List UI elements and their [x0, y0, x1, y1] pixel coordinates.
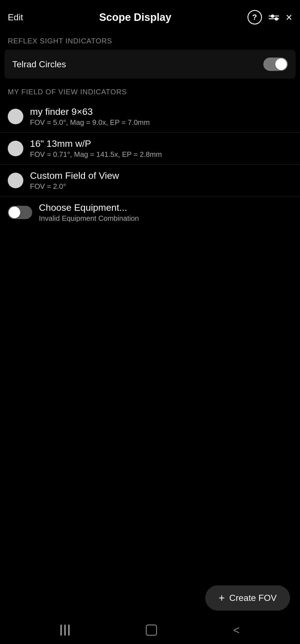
toggle-track-3 [8, 206, 32, 219]
close-icon[interactable]: × [286, 12, 292, 23]
fov-circle-1 [8, 141, 23, 156]
fov-details-2: FOV = 2.0° [30, 182, 292, 191]
slider-line-1 [269, 16, 279, 16]
toggle-track [263, 58, 288, 71]
telrad-circles-row: Telrad Circles [4, 50, 296, 79]
fov-name-3: Choose Equipment... [39, 202, 292, 213]
fov-details-3: Invalid Equipment Combination [39, 214, 292, 223]
create-fov-plus-icon: + [219, 592, 225, 604]
nav-back-icon: < [233, 624, 240, 636]
choose-equipment-toggle[interactable] [8, 206, 32, 219]
fov-circle-2 [8, 173, 23, 188]
settings-icon[interactable] [269, 16, 279, 19]
help-icon[interactable]: ? [248, 10, 262, 24]
fov-circle-0 [8, 109, 23, 124]
toggle-thumb-3 [9, 207, 20, 218]
create-fov-button[interactable]: + Create FOV [205, 585, 290, 611]
fov-info-3: Choose Equipment... Invalid Equipment Co… [39, 202, 292, 223]
toggle-thumb [275, 58, 287, 70]
fov-item-1[interactable]: 16" 13mm w/P FOV = 0.71°, Mag = 141.5x, … [0, 133, 300, 165]
edit-button[interactable]: Edit [8, 12, 23, 23]
fov-item-3[interactable]: Choose Equipment... Invalid Equipment Co… [0, 197, 300, 228]
fov-name-0: my finder 9×63 [30, 106, 292, 117]
reflex-section-label: REFLEX SIGHT INDICATORS [0, 30, 300, 50]
telrad-toggle[interactable] [263, 58, 288, 71]
nav-bar: < [0, 616, 300, 644]
nav-back-button[interactable]: < [233, 624, 240, 636]
fov-item-2[interactable]: Custom Field of View FOV = 2.0° [0, 165, 300, 197]
fov-section: MY FIELD OF VIEW INDICATORS my finder 9×… [0, 81, 300, 228]
create-fov-label: Create FOV [229, 593, 277, 603]
fov-toggle-3[interactable] [8, 206, 32, 219]
fov-name-1: 16" 13mm w/P [30, 138, 292, 149]
fov-item-0[interactable]: my finder 9×63 FOV = 5.0°, Mag = 9.0x, E… [0, 101, 300, 133]
nav-square-icon [146, 625, 157, 636]
header-icons: ? × [248, 10, 292, 24]
nav-menu-button[interactable] [60, 625, 70, 636]
fov-details-0: FOV = 5.0°, Mag = 9.0x, EP = 7.0mm [30, 118, 292, 127]
fov-section-label: MY FIELD OF VIEW INDICATORS [0, 81, 300, 101]
page-title: Scope Display [23, 11, 248, 23]
fov-info-1: 16" 13mm w/P FOV = 0.71°, Mag = 141.5x, … [30, 138, 292, 159]
fov-info-0: my finder 9×63 FOV = 5.0°, Mag = 9.0x, E… [30, 106, 292, 127]
fov-info-2: Custom Field of View FOV = 2.0° [30, 170, 292, 191]
header: Edit Scope Display ? × [0, 0, 300, 30]
nav-lines-icon [60, 625, 70, 636]
nav-home-button[interactable] [146, 625, 157, 636]
slider-line-2 [269, 18, 279, 19]
fov-name-2: Custom Field of View [30, 170, 292, 181]
fov-details-1: FOV = 0.71°, Mag = 141.5x, EP = 2.8mm [30, 150, 292, 159]
telrad-circles-label: Telrad Circles [12, 59, 66, 70]
